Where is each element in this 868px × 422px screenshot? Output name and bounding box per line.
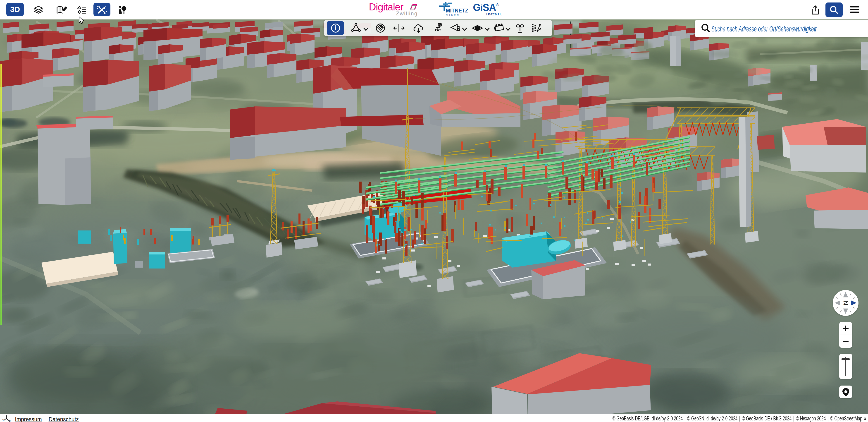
svg-text:z: z bbox=[6, 415, 7, 417]
svg-text:Y: Y bbox=[2, 419, 4, 422]
svg-text:x: x bbox=[9, 420, 11, 422]
svg-text:N: N bbox=[842, 301, 849, 305]
